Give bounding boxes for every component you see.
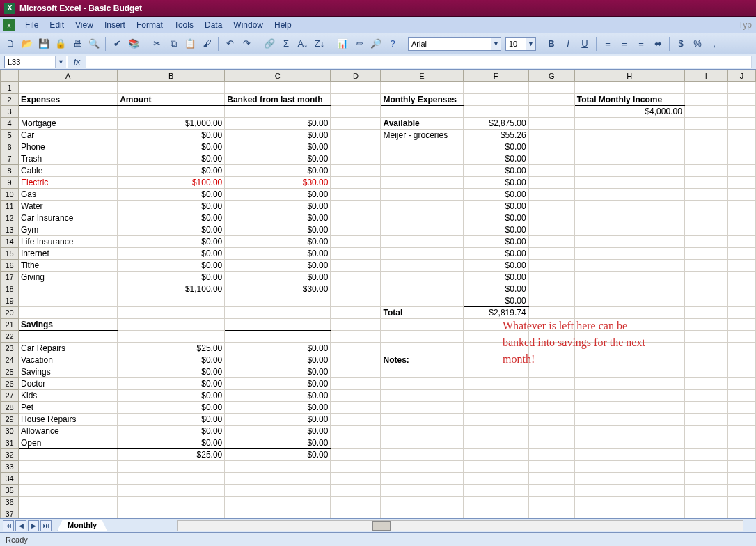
cell-C14[interactable]: $0.00 xyxy=(225,236,331,248)
cell-E6[interactable] xyxy=(381,141,463,153)
cell-J23[interactable] xyxy=(727,343,755,354)
cell-I19[interactable] xyxy=(684,295,727,307)
cell-D2[interactable] xyxy=(331,94,381,106)
cell-E25[interactable] xyxy=(381,366,463,378)
cell-I7[interactable] xyxy=(684,153,727,165)
cell-H5[interactable] xyxy=(574,130,684,141)
cell-D29[interactable] xyxy=(331,414,381,426)
cell-H21[interactable] xyxy=(574,319,684,331)
chevron-down-icon[interactable]: ▼ xyxy=(526,38,535,50)
cell-C21[interactable] xyxy=(225,319,331,331)
cell-G14[interactable] xyxy=(528,236,574,248)
cell-G1[interactable] xyxy=(528,82,574,94)
cell-C19[interactable] xyxy=(225,295,331,307)
cell-C9[interactable]: $30.00 xyxy=(225,177,331,189)
cell-E29[interactable] xyxy=(381,414,463,426)
col-header-I[interactable]: I xyxy=(684,70,727,82)
cell-E24[interactable]: Notes: xyxy=(381,354,463,366)
cell-A33[interactable] xyxy=(19,461,118,473)
cell-F28[interactable] xyxy=(463,402,528,414)
cell-I24[interactable] xyxy=(684,354,727,366)
cell-A19[interactable] xyxy=(19,295,118,307)
cell-I8[interactable] xyxy=(684,165,727,177)
cell-D14[interactable] xyxy=(331,236,381,248)
cell-E20[interactable]: Total xyxy=(381,307,463,319)
cell-D35[interactable] xyxy=(331,485,381,497)
row-header-12[interactable]: 12 xyxy=(1,212,19,224)
cell-I29[interactable] xyxy=(684,414,727,426)
cell-C24[interactable]: $0.00 xyxy=(225,354,331,366)
cell-E4[interactable]: Available xyxy=(381,118,463,130)
cell-J22[interactable] xyxy=(727,331,755,343)
cell-E28[interactable] xyxy=(381,402,463,414)
cell-F6[interactable]: $0.00 xyxy=(463,141,528,153)
cell-G26[interactable] xyxy=(528,378,574,390)
cell-H11[interactable] xyxy=(574,201,684,212)
cell-D12[interactable] xyxy=(331,212,381,224)
row-header-33[interactable]: 33 xyxy=(1,461,19,473)
row-header-36[interactable]: 36 xyxy=(1,497,19,508)
cell-B11[interactable]: $0.00 xyxy=(118,201,225,212)
cell-J5[interactable] xyxy=(727,130,755,141)
chart-wizard-icon[interactable]: 📊 xyxy=(335,36,350,52)
percent-icon[interactable]: % xyxy=(690,36,705,52)
cell-B30[interactable]: $0.00 xyxy=(118,426,225,437)
cell-B7[interactable]: $0.00 xyxy=(118,153,225,165)
cell-G17[interactable] xyxy=(528,272,574,283)
drawing-icon[interactable]: ✏ xyxy=(352,36,367,52)
cell-F29[interactable] xyxy=(463,414,528,426)
cell-F20[interactable]: $2,819.74 xyxy=(463,307,528,319)
cell-B19[interactable] xyxy=(118,295,225,307)
row-header-2[interactable]: 2 xyxy=(1,94,19,106)
col-header-B[interactable]: B xyxy=(118,70,225,82)
cell-F22[interactable] xyxy=(463,331,528,343)
select-all-cell[interactable] xyxy=(1,70,19,82)
chevron-down-icon[interactable]: ▼ xyxy=(55,56,66,68)
cell-C27[interactable]: $0.00 xyxy=(225,390,331,402)
cell-C34[interactable] xyxy=(225,473,331,485)
scrollbar-thumb[interactable] xyxy=(372,521,391,531)
cell-J16[interactable] xyxy=(727,260,755,272)
cell-J2[interactable] xyxy=(727,94,755,106)
cell-E26[interactable] xyxy=(381,378,463,390)
row-header-34[interactable]: 34 xyxy=(1,473,19,485)
cell-D23[interactable] xyxy=(331,343,381,354)
tab-next-icon[interactable]: ▶ xyxy=(28,520,39,531)
cell-G33[interactable] xyxy=(528,461,574,473)
cell-F35[interactable] xyxy=(463,485,528,497)
cell-I34[interactable] xyxy=(684,473,727,485)
cell-C23[interactable]: $0.00 xyxy=(225,343,331,354)
cell-F33[interactable] xyxy=(463,461,528,473)
menu-insert[interactable]: Insert xyxy=(99,18,131,32)
cell-G11[interactable] xyxy=(528,201,574,212)
cell-G15[interactable] xyxy=(528,248,574,260)
cell-F32[interactable] xyxy=(463,449,528,461)
cell-C6[interactable]: $0.00 xyxy=(225,141,331,153)
cell-E2[interactable]: Monthly Expenses xyxy=(381,94,463,106)
cell-F7[interactable]: $0.00 xyxy=(463,153,528,165)
cell-G27[interactable] xyxy=(528,390,574,402)
cell-J11[interactable] xyxy=(727,201,755,212)
cell-E33[interactable] xyxy=(381,461,463,473)
cell-J33[interactable] xyxy=(727,461,755,473)
row-header-21[interactable]: 21 xyxy=(1,319,19,331)
cell-I11[interactable] xyxy=(684,201,727,212)
cell-A8[interactable]: Cable xyxy=(19,165,118,177)
cell-E23[interactable] xyxy=(381,343,463,354)
cell-B32[interactable]: $25.00 xyxy=(118,449,225,461)
cell-G5[interactable] xyxy=(528,130,574,141)
cell-A16[interactable]: Tithe xyxy=(19,260,118,272)
cell-A18[interactable] xyxy=(19,283,118,295)
cell-C26[interactable]: $0.00 xyxy=(225,378,331,390)
cell-E16[interactable] xyxy=(381,260,463,272)
menu-help[interactable]: Help xyxy=(269,18,297,32)
cell-H22[interactable] xyxy=(574,331,684,343)
cell-H29[interactable] xyxy=(574,414,684,426)
cell-D27[interactable] xyxy=(331,390,381,402)
cell-D17[interactable] xyxy=(331,272,381,283)
row-header-7[interactable]: 7 xyxy=(1,153,19,165)
cell-B8[interactable]: $0.00 xyxy=(118,165,225,177)
menu-window[interactable]: Window xyxy=(228,18,269,32)
cell-I21[interactable] xyxy=(684,319,727,331)
cell-D20[interactable] xyxy=(331,307,381,319)
